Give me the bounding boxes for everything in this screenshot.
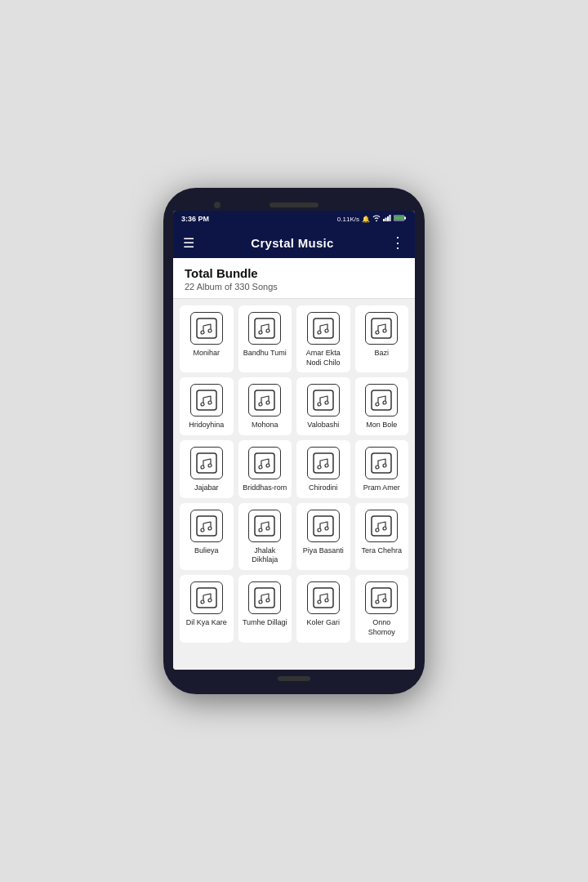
album-item[interactable]: Jhalak Dikhlaja	[238, 503, 292, 570]
svg-rect-1	[385, 218, 387, 222]
album-icon	[365, 447, 398, 479]
album-icon	[365, 312, 398, 345]
album-item[interactable]: Jajabar	[180, 440, 234, 498]
album-icon	[365, 581, 398, 614]
album-item[interactable]: Chirodini	[296, 440, 350, 498]
svg-rect-64	[372, 588, 391, 608]
svg-point-53	[376, 528, 379, 532]
svg-rect-13	[314, 318, 333, 338]
svg-point-51	[325, 527, 328, 530]
album-icon	[248, 447, 281, 479]
svg-point-65	[376, 600, 379, 604]
album-label: Hridoyhina	[189, 421, 224, 430]
phone-bottom-bar	[173, 670, 415, 684]
bundle-title: Total Bundle	[185, 266, 403, 280]
album-label: Tera Chehra	[361, 546, 402, 556]
battery-icon	[394, 215, 407, 223]
album-icon	[248, 581, 281, 614]
bundle-subtitle: 22 Album of 330 Songs	[185, 282, 403, 292]
svg-point-38	[318, 466, 321, 469]
phone-speaker	[270, 203, 318, 207]
svg-point-32	[201, 466, 204, 469]
svg-rect-3	[390, 215, 391, 221]
svg-point-59	[259, 600, 262, 604]
album-item[interactable]: Briddhas-rom	[238, 440, 292, 498]
album-label: Dil Kya Kare	[186, 618, 227, 628]
svg-point-60	[266, 599, 270, 602]
svg-point-30	[383, 401, 386, 404]
svg-point-36	[266, 464, 270, 467]
album-label: Mon Bole	[366, 421, 397, 430]
status-time: 3:36 PM	[181, 215, 209, 223]
svg-point-47	[259, 528, 262, 532]
svg-point-45	[208, 527, 212, 530]
album-item[interactable]: Onno Shomoy	[355, 575, 409, 642]
album-item[interactable]: Hridoyhina	[180, 377, 234, 435]
network-speed: 0.11K/s	[337, 216, 359, 223]
signal-icon	[383, 215, 391, 223]
album-item[interactable]: Bandhu Tumi	[238, 305, 292, 372]
album-icon	[190, 384, 223, 416]
hamburger-icon[interactable]: ☰	[183, 235, 194, 251]
album-label: Pram Amer	[363, 483, 400, 493]
album-label: Mohona	[252, 421, 278, 430]
svg-point-26	[318, 403, 321, 406]
svg-point-63	[325, 599, 328, 602]
album-item[interactable]: Monihar	[180, 305, 234, 372]
svg-point-44	[201, 528, 204, 532]
album-label: Chirodini	[309, 483, 338, 493]
svg-rect-52	[372, 516, 391, 536]
phone-home-button[interactable]	[278, 676, 310, 681]
album-icon	[365, 510, 398, 542]
album-item[interactable]: Pram Amer	[355, 440, 409, 498]
album-item[interactable]: Bulieya	[180, 503, 234, 570]
svg-point-48	[266, 527, 270, 530]
album-item[interactable]: Dil Kya Kare	[180, 575, 234, 642]
album-icon	[190, 581, 223, 614]
svg-point-41	[376, 466, 379, 469]
album-icon	[190, 447, 223, 479]
phone-screen: 3:36 PM 0.11K/s 🔔	[173, 211, 415, 670]
svg-rect-58	[255, 588, 274, 608]
wifi-icon	[372, 215, 381, 223]
album-item[interactable]: Piya Basanti	[296, 503, 350, 570]
album-label: Koler Gari	[306, 618, 340, 628]
svg-point-8	[201, 331, 204, 334]
svg-rect-31	[197, 453, 216, 473]
album-label: Valobashi	[307, 421, 339, 430]
svg-rect-10	[255, 318, 274, 338]
album-label: Tumhe Dillagi	[243, 618, 287, 628]
album-item[interactable]: Mohona	[238, 377, 292, 435]
svg-rect-34	[255, 453, 274, 473]
album-icon	[248, 312, 281, 345]
album-item[interactable]: Tera Chehra	[355, 503, 409, 570]
bundle-header: Total Bundle 22 Album of 330 Songs	[173, 258, 415, 299]
svg-rect-5	[404, 217, 406, 220]
app-title: Crystal Music	[251, 236, 333, 250]
svg-rect-0	[383, 219, 385, 221]
svg-point-39	[325, 464, 328, 467]
svg-rect-2	[387, 216, 389, 221]
svg-point-66	[383, 599, 386, 602]
album-icon	[307, 510, 340, 542]
svg-rect-6	[394, 216, 403, 220]
svg-point-14	[318, 331, 321, 334]
album-icon	[248, 510, 281, 542]
album-item[interactable]: Mon Bole	[355, 377, 409, 435]
album-item[interactable]: Bazi	[355, 305, 409, 372]
svg-point-57	[208, 599, 212, 602]
album-item[interactable]: Valobashi	[296, 377, 350, 435]
album-label: Jhalak Dikhlaja	[242, 546, 289, 565]
album-item[interactable]: Tumhe Dillagi	[238, 575, 292, 642]
album-icon	[307, 312, 340, 345]
svg-point-17	[376, 331, 379, 334]
album-icon	[365, 384, 398, 416]
album-item[interactable]: Amar Ekta Nodi Chilo	[296, 305, 350, 372]
phone-device: 3:36 PM 0.11K/s 🔔	[163, 188, 425, 694]
svg-rect-19	[197, 390, 216, 410]
status-bar: 3:36 PM 0.11K/s 🔔	[173, 211, 415, 227]
svg-rect-46	[255, 516, 274, 536]
svg-point-29	[376, 403, 379, 406]
more-options-icon[interactable]: ⋮	[390, 234, 405, 252]
album-item[interactable]: Koler Gari	[296, 575, 350, 642]
